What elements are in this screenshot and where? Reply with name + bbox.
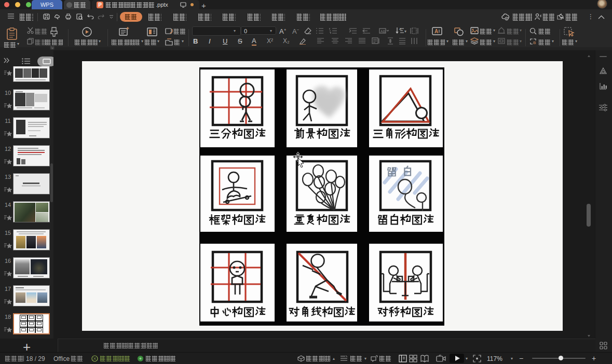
svg-text:AB: AB [380,30,386,33]
svg-text:A: A [434,29,438,34]
svg-text:A: A [399,27,401,31]
svg-text:B: B [533,40,536,45]
